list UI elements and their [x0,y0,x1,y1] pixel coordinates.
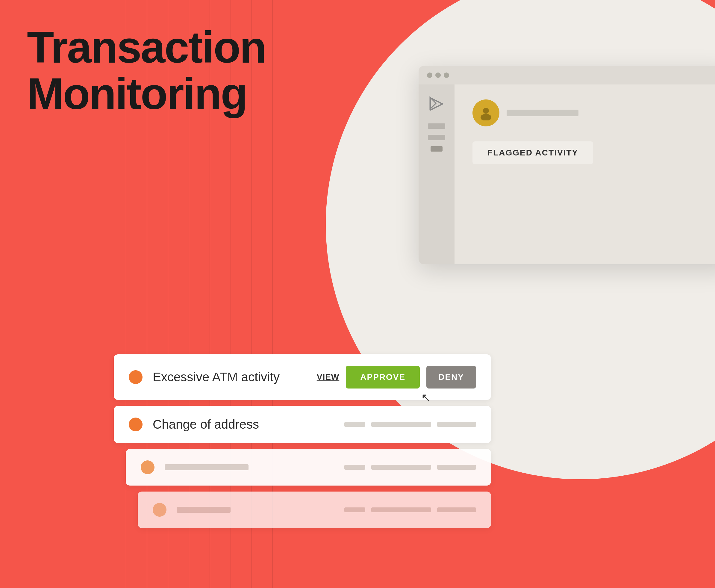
activity-dot-3 [141,460,154,474]
placeholder-bar [437,465,476,470]
activity-panel: Excessive ATM activity VIEW APPROVE DENY… [114,354,491,534]
placeholder-bar [344,422,365,427]
placeholder-bar [437,422,476,427]
user-info-row [473,100,579,126]
placeholder-bar [371,422,431,427]
activity-dot-4 [153,503,167,517]
titlebar-dot-3 [444,72,449,78]
activity-row-3 [126,449,491,486]
placeholder-bars-2 [344,422,476,427]
placeholder-bar [344,465,365,470]
placeholder-bar [371,465,431,470]
placeholder-bars-3 [344,465,476,470]
placeholder-bar [344,507,365,512]
activity-dot-2 [129,418,143,431]
user-avatar [473,100,499,126]
activity-actions-1: VIEW APPROVE DENY [317,366,476,388]
activity-text-placeholder-4 [177,507,231,513]
activity-dot-1 [129,370,143,384]
sidebar-nav-item-2 [428,135,445,140]
svg-point-2 [483,108,489,114]
activity-row-2: Change of address [114,406,491,443]
titlebar-dot-2 [435,72,441,78]
page-title: Transaction Monitoring [27,24,266,117]
browser-main-content: FLAGGED ACTIVITY [455,84,715,264]
svg-point-3 [480,114,491,121]
approve-button-1[interactable]: APPROVE [346,366,420,388]
browser-window: FLAGGED ACTIVITY [418,66,715,264]
view-link-1[interactable]: VIEW [317,372,340,382]
user-name-placeholder [506,110,579,116]
browser-sidebar [418,84,455,264]
activity-label-2: Change of address [153,417,266,432]
titlebar-dot-1 [427,72,432,78]
browser-titlebar [418,66,715,84]
placeholder-bar [437,507,476,512]
activity-row-1: Excessive ATM activity VIEW APPROVE DENY… [114,354,491,400]
activity-row-4 [138,491,491,528]
sidebar-nav-item-1 [428,123,445,129]
cursor-icon: ↖ [421,391,431,404]
app-logo-icon [426,93,447,114]
sidebar-nav-item-3 [431,146,442,151]
flagged-activity-button[interactable]: FLAGGED ACTIVITY [473,141,593,164]
activity-label-1: Excessive ATM activity [153,370,280,384]
browser-body: FLAGGED ACTIVITY [418,84,715,264]
placeholder-bars-4 [344,507,476,512]
deny-button-1[interactable]: DENY [426,366,476,388]
placeholder-bar [371,507,431,512]
activity-text-placeholder-3 [165,464,248,470]
